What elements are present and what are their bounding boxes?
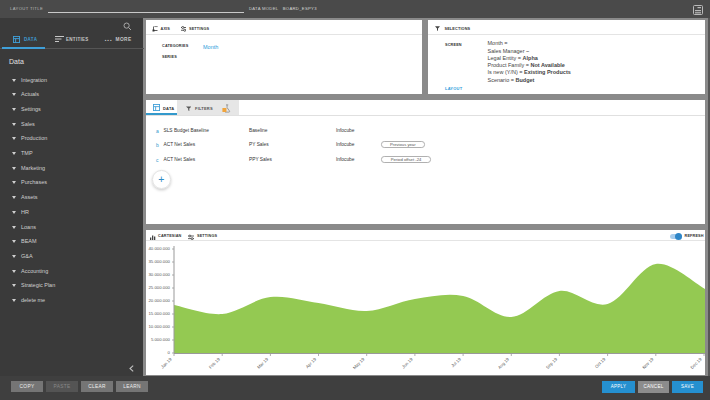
svg-text:20.000.000: 20.000.000	[148, 298, 170, 303]
svg-text:Feb 19: Feb 19	[207, 356, 220, 369]
svg-text:May 19: May 19	[351, 356, 365, 370]
svg-text:40.000.000: 40.000.000	[148, 246, 170, 251]
svg-text:Apr 19: Apr 19	[304, 356, 317, 369]
svg-text:Sep 19: Sep 19	[544, 356, 558, 370]
svg-text:35.000.000: 35.000.000	[148, 259, 170, 264]
svg-text:Aug 19: Aug 19	[496, 356, 510, 370]
svg-text:Jul 19: Jul 19	[450, 356, 462, 368]
svg-text:15.000.000: 15.000.000	[148, 311, 170, 316]
svg-text:Jan 19: Jan 19	[160, 356, 173, 369]
svg-text:Dec 19: Dec 19	[689, 356, 703, 370]
svg-text:Mar 19: Mar 19	[256, 356, 269, 369]
svg-text:30.000.000: 30.000.000	[148, 272, 170, 277]
svg-text:0: 0	[167, 350, 170, 355]
svg-text:10.000.000: 10.000.000	[148, 324, 170, 329]
svg-text:Jun 19: Jun 19	[400, 356, 413, 369]
svg-text:5.000.000: 5.000.000	[150, 337, 170, 342]
svg-text:Nov 19: Nov 19	[641, 356, 655, 370]
svg-text:25.000.000: 25.000.000	[148, 285, 170, 290]
svg-text:Oct 19: Oct 19	[593, 356, 606, 369]
